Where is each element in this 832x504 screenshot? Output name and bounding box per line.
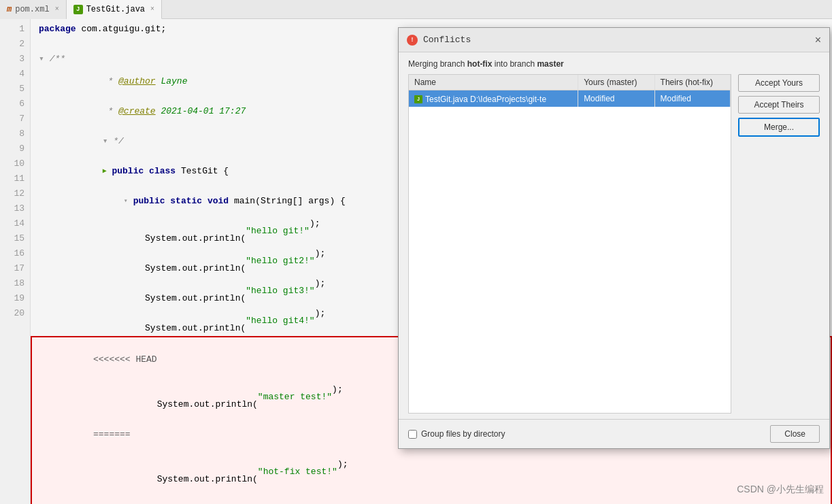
col-name-header: Name xyxy=(409,75,578,90)
watermark: CSDN @小先生编程 xyxy=(737,484,824,496)
accept-yours-button[interactable]: Accept Yours xyxy=(738,74,820,92)
group-files-checkbox-label[interactable]: Group files by directory xyxy=(408,429,505,439)
dialog-title-text: Conflicts xyxy=(423,35,471,45)
subtitle-prefix: Merging branch xyxy=(408,59,467,69)
col-theirs-header: Theirs (hot-fix) xyxy=(654,75,730,90)
java-file-icon: J xyxy=(414,95,422,103)
dialog-titlebar: ! Conflicts × xyxy=(399,28,829,52)
dialog-close-button[interactable]: × xyxy=(815,35,821,46)
conflicts-dialog: ! Conflicts × Merging branch hot-fix int… xyxy=(398,27,830,449)
dialog-actions: Accept Yours Accept Theirs Merge... xyxy=(738,74,820,414)
conflict-yours-status: Modified xyxy=(578,90,654,107)
conflicts-dialog-icon: ! xyxy=(407,35,418,46)
dialog-title-left: ! Conflicts xyxy=(407,35,471,46)
close-button[interactable]: Close xyxy=(770,425,820,443)
accept-theirs-button[interactable]: Accept Theirs xyxy=(738,96,820,114)
branch-ours: hot-fix xyxy=(467,59,493,69)
merge-button[interactable]: Merge... xyxy=(738,118,820,137)
col-yours-header: Yours (master) xyxy=(578,75,654,90)
conflict-file-name: J TestGit.java D:\IdeaProjects\git-te xyxy=(409,90,578,107)
conflicts-table-area: Name Yours (master) Theirs (hot-fix) J T… xyxy=(408,74,731,414)
conflicts-table: Name Yours (master) Theirs (hot-fix) J T… xyxy=(409,75,731,107)
conflict-theirs-status: Modified xyxy=(654,90,730,107)
dialog-subtitle: Merging branch hot-fix into branch maste… xyxy=(399,52,829,74)
conflict-row-testgit[interactable]: J TestGit.java D:\IdeaProjects\git-te Mo… xyxy=(409,90,731,107)
group-files-checkbox[interactable] xyxy=(408,430,417,439)
subtitle-mid: into branch xyxy=(492,59,537,69)
group-files-label: Group files by directory xyxy=(421,429,505,439)
dialog-overlay: ! Conflicts × Merging branch hot-fix int… xyxy=(0,0,832,504)
dialog-footer: Group files by directory Close xyxy=(399,419,829,448)
branch-theirs: master xyxy=(537,59,563,69)
dialog-body: Name Yours (master) Theirs (hot-fix) J T… xyxy=(399,74,829,419)
